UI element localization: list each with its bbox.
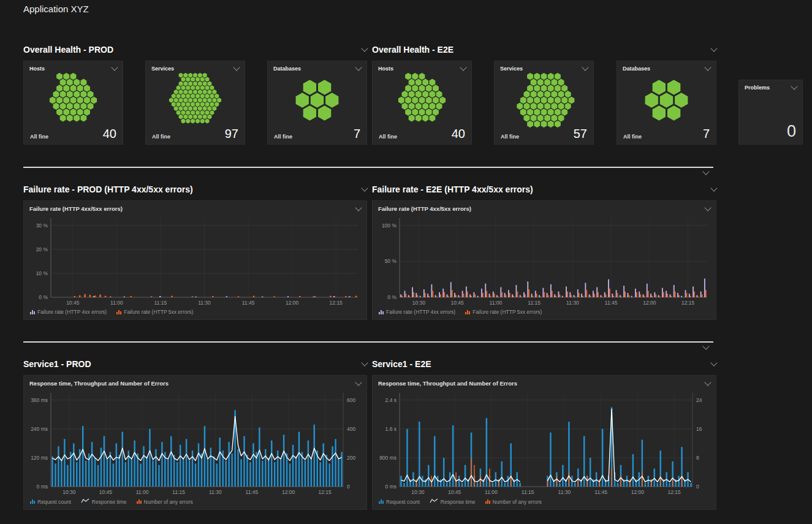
honeycomb-databases-prod[interactable] [268,73,366,127]
hosts-tile-prod[interactable]: Hosts All fine 40 [23,61,123,145]
svg-text:0 %: 0 % [387,294,397,300]
svg-text:8: 8 [696,455,699,461]
chevron-down-icon[interactable] [702,168,709,175]
chevron-down-icon[interactable] [710,45,717,51]
honeycomb-hosts-prod[interactable] [24,73,123,127]
svg-text:11:15: 11:15 [154,300,167,306]
chevron-down-icon[interactable] [361,359,368,366]
chevron-down-icon[interactable] [791,83,797,89]
svg-text:240 ms: 240 ms [31,426,48,432]
svg-text:10:30: 10:30 [412,300,426,306]
chevron-down-icon[interactable] [355,64,362,70]
svg-text:12:15: 12:15 [319,489,332,495]
legend-item[interactable]: Response time [81,498,127,505]
bar-chart-icon [485,499,490,504]
honeycomb-databases-e2e[interactable] [617,73,716,127]
svg-text:11:30: 11:30 [558,489,571,495]
legend-item[interactable]: Number of any errors [137,499,193,505]
svg-text:100 %: 100 % [382,222,397,229]
chevron-down-icon[interactable] [582,64,588,70]
tile-label: Databases [273,66,301,72]
tile-footer: All fine 7 [268,127,366,144]
line-icon [81,498,89,505]
legend-item[interactable]: Failure rate (HTTP 5xx errors) [465,309,542,315]
failure-rate-e2e-chart[interactable]: 0 %50 %100 %10:3010:4511:0011:1511:3011:… [374,213,715,307]
services-tile-prod[interactable]: Services All fine 97 [145,61,245,145]
chevron-down-icon[interactable] [710,359,717,366]
chevron-down-icon[interactable] [355,204,362,211]
section-divider [23,341,713,343]
service1-prod-chart[interactable]: 0 ms120 ms240 ms360 ms020040060010:3010:… [25,388,365,496]
svg-text:50 %: 50 % [385,258,397,264]
failure-rate-prod-chart[interactable]: 0 %10 %20 %30 %10:4511:0011:1511:3011:45… [25,213,365,307]
svg-text:30 %: 30 % [36,222,48,229]
chevron-down-icon[interactable] [704,379,711,385]
svg-text:20 %: 20 % [36,246,48,253]
svg-text:800 ms: 800 ms [379,455,397,461]
chevron-down-icon[interactable] [361,45,368,51]
chart-legend: Request countResponse timeNumber of any … [24,496,366,509]
service1-e2e-chart[interactable]: 0 ms800 ms1.6 s2.4 s08162410:3010:4511:0… [374,388,715,496]
status-label: All fine [152,134,170,140]
svg-text:11:00: 11:00 [136,489,149,495]
chevron-down-icon[interactable] [704,64,711,70]
svg-text:360 ms: 360 ms [31,397,48,403]
svg-text:10:30: 10:30 [411,489,425,495]
tile-header: Problems [739,80,802,92]
line-icon [430,498,438,505]
tile-footer: All fine 97 [146,127,245,144]
databases-tile-e2e[interactable]: Databases All fine 7 [617,61,716,145]
legend-item[interactable]: Failure rate (HTTP 4xx errors) [30,309,107,315]
hosts-tile-e2e[interactable]: Hosts All fine 40 [372,61,472,145]
services-tile-e2e[interactable]: Services All fine 57 [494,61,594,145]
status-label: All fine [501,134,519,140]
svg-text:10:45: 10:45 [450,300,464,306]
legend-item[interactable]: Failure rate (HTTP 4xx errors) [379,309,455,315]
legend-item[interactable]: Response time [430,498,476,505]
legend-item[interactable]: Request count [379,499,420,505]
chevron-down-icon[interactable] [355,379,362,385]
svg-text:11:45: 11:45 [246,489,259,495]
entity-count: 40 [452,127,465,140]
legend-label: Failure rate (HTTP 4xx errors) [386,309,455,315]
legend-item[interactable]: Number of any errors [485,499,542,505]
chevron-down-icon[interactable] [111,64,118,70]
tile-footer: All fine 40 [373,127,471,144]
entity-count: 57 [574,127,587,140]
svg-text:11:00: 11:00 [110,300,123,306]
bar-chart-icon [379,499,384,504]
tile-header: Databases [268,61,366,73]
service1-prod-tile[interactable]: Response time, Throughput and Number of … [23,375,367,510]
legend-label: Failure rate (HTTP 5xx errors) [124,309,193,315]
tile-footer: All fine 40 [24,127,123,144]
svg-text:0: 0 [696,484,699,490]
tile-header: Response time, Throughput and Number of … [373,376,716,388]
chart-legend: Failure rate (HTTP 4xx errors)Failure ra… [24,307,366,319]
chevron-down-icon[interactable] [702,343,709,349]
service1-e2e-tile[interactable]: Response time, Throughput and Number of … [372,375,716,510]
legend-label: Response time [92,499,127,505]
svg-text:0 ms: 0 ms [385,484,397,490]
honeycomb-services-prod[interactable] [146,73,245,127]
failure-rate-prod-tile[interactable]: Failure rate (HTTP 4xx/5xx errors) 0 %10… [23,200,367,320]
chevron-down-icon[interactable] [710,184,717,191]
tile-header: Failure rate (HTTP 4xx/5xx errors) [24,201,366,213]
svg-text:11:00: 11:00 [485,489,498,495]
chevron-down-icon[interactable] [233,64,240,70]
problems-tile[interactable]: Problems 0 [738,80,803,145]
svg-text:11:15: 11:15 [172,489,185,495]
failure-rate-e2e-tile[interactable]: Failure rate (HTTP 4xx/5xx errors) 0 %50… [372,200,716,320]
honeycomb-services-e2e[interactable] [495,73,593,127]
chart-title: Failure rate (HTTP 4xx/5xx errors) [29,205,123,212]
entity-count: 40 [103,127,116,140]
chart-legend: Failure rate (HTTP 4xx errors)Failure ra… [373,307,716,319]
legend-item[interactable]: Request count [30,499,71,505]
svg-text:200: 200 [347,455,355,461]
databases-tile-prod[interactable]: Databases All fine 7 [267,61,367,145]
legend-item[interactable]: Failure rate (HTTP 5xx errors) [116,309,193,315]
chevron-down-icon[interactable] [704,204,711,211]
chevron-down-icon[interactable] [460,64,466,70]
svg-text:12:15: 12:15 [330,300,343,306]
chevron-down-icon[interactable] [361,184,368,191]
honeycomb-hosts-e2e[interactable] [373,73,471,127]
